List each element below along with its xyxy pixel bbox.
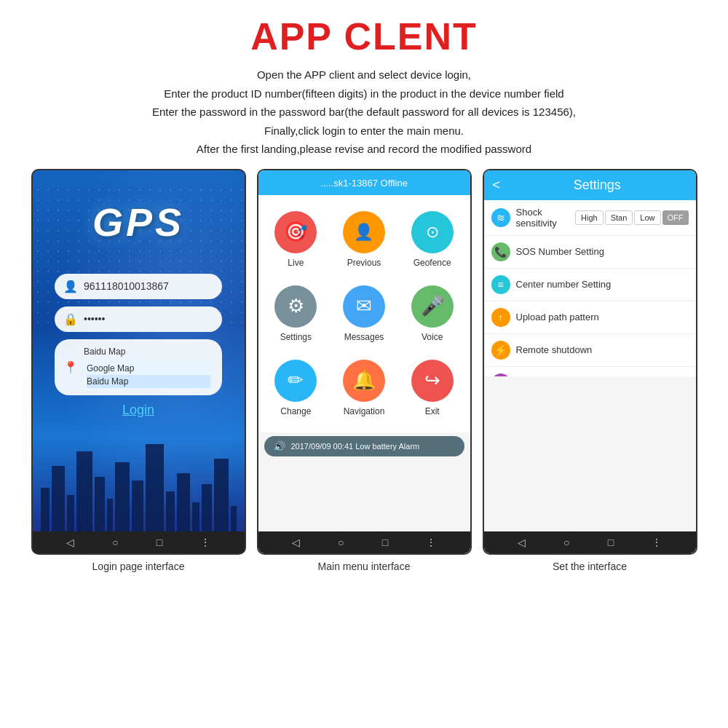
shock-sensitivity-row: ≋ Shock sensitivity High Stan Low OFF — [484, 200, 696, 236]
upload-icon: ↑ — [491, 308, 510, 327]
password-value: •••••• — [84, 313, 105, 325]
settings-list: ≋ Shock sensitivity High Stan Low OFF 📞 … — [484, 200, 696, 377]
telephone-row: 📞 Telephone Call ON OFF — [484, 367, 696, 377]
map-icon: 📍 — [63, 360, 78, 374]
nav-bar-3: ◁ ○ □ ⋮ — [484, 531, 696, 553]
remote-shutdown-row: ⚡ Remote shutdown — [484, 334, 696, 367]
change-label: Change — [280, 406, 311, 416]
high-btn[interactable]: High — [575, 210, 604, 225]
settings-title: Settings — [507, 178, 687, 193]
nav-square-icon-3[interactable]: □ — [608, 537, 614, 548]
off-btn-sensitivity[interactable]: OFF — [662, 210, 689, 225]
nav-home-icon-2[interactable]: ○ — [338, 537, 344, 548]
alarm-icon: 🔊 — [273, 440, 285, 452]
nav-dots-icon-2[interactable]: ⋮ — [426, 537, 436, 548]
alarm-text: 2017/09/09 00:41 Low battery Alarm — [291, 442, 420, 451]
remote-label: Remote shutdown — [516, 344, 689, 355]
nav-back-icon-3[interactable]: ◁ — [518, 537, 526, 548]
center-number-row: ≡ Center number Setting — [484, 269, 696, 301]
messages-icon: ✉ — [343, 285, 385, 328]
settings-screen-container: < Settings ≋ Shock sensitivity High Stan… — [480, 169, 699, 572]
sos-icon: 📞 — [491, 242, 510, 261]
navigation-icon: 🔔 — [343, 360, 385, 402]
login-button[interactable]: Login — [122, 403, 154, 418]
geofence-icon: ⊙ — [411, 211, 454, 253]
menu-item-change[interactable]: ✏ Change — [262, 351, 331, 425]
nav-square-icon[interactable]: □ — [157, 537, 162, 548]
alarm-bar: 🔊 2017/09/09 00:41 Low battery Alarm — [264, 436, 464, 456]
menu-header: .....sk1-13867 Offline — [258, 170, 470, 195]
low-btn[interactable]: Low — [634, 210, 660, 225]
live-icon: 🎯 — [274, 211, 317, 253]
menu-screen: .....sk1-13867 Offline 🎯 Live 👤 Previous — [257, 169, 472, 555]
user-icon: 👤 — [63, 280, 78, 293]
city-buildings — [33, 437, 245, 531]
settings-header: < Settings — [484, 170, 696, 200]
stan-btn[interactable]: Stan — [605, 210, 633, 225]
nav-back-icon[interactable]: ◁ — [66, 537, 74, 548]
lock-icon: 🔒 — [63, 312, 78, 326]
nav-square-icon-2[interactable]: □ — [382, 537, 388, 548]
map-option-google[interactable]: Google Map — [87, 362, 210, 375]
exit-icon: ↪ — [411, 360, 454, 402]
menu-item-live[interactable]: 🎯 Live — [262, 202, 331, 277]
remote-icon: ⚡ — [491, 341, 510, 360]
menu-screen-container: .....sk1-13867 Offline 🎯 Live 👤 Previous — [255, 169, 473, 572]
menu-item-settings[interactable]: ⚙ Settings — [262, 277, 331, 351]
center-label: Center number Setting — [516, 279, 689, 290]
navigation-label: Navigation — [344, 406, 385, 416]
messages-label: Messages — [344, 332, 384, 342]
map-selector[interactable]: 📍 Baidu Map Google Map Baidu Map — [55, 339, 222, 395]
voice-label: Voice — [422, 332, 443, 342]
settings-icon: ⚙ — [274, 285, 317, 328]
voice-icon: 🎤 — [411, 285, 454, 328]
live-label: Live — [288, 258, 304, 268]
map-option-baidu2[interactable]: Baidu Map — [87, 375, 210, 388]
login-form: 👤 961118010013867 🔒 •••••• 📍 Baidu Map G… — [55, 274, 222, 395]
nav-bar-1: ◁ ○ □ ⋮ — [33, 531, 245, 553]
nav-back-icon-2[interactable]: ◁ — [292, 537, 300, 548]
password-field[interactable]: 🔒 •••••• — [55, 306, 222, 332]
device-id-value: 961118010013867 — [84, 280, 169, 292]
menu-grid: 🎯 Live 👤 Previous ⊙ Geofence — [258, 195, 470, 432]
settings-screen: < Settings ≋ Shock sensitivity High Stan… — [483, 169, 697, 555]
page-title: APP CLENT — [250, 15, 478, 58]
gps-logo: GPS — [92, 199, 184, 245]
login-screen-container: GPS 👤 961118010013867 🔒 •••••• 📍 Baidu M… — [29, 169, 248, 572]
menu-item-geofence[interactable]: ⊙ Geofence — [398, 202, 467, 277]
previous-icon: 👤 — [343, 211, 385, 253]
sos-number-row: 📞 SOS Number Setting — [484, 236, 696, 269]
description: Open the APP client and select device lo… — [152, 66, 576, 159]
nav-dots-icon[interactable]: ⋮ — [200, 537, 210, 548]
nav-dots-icon-3[interactable]: ⋮ — [652, 537, 662, 548]
shock-label: Shock sensitivity — [516, 207, 570, 229]
menu-header-text: .....sk1-13867 Offline — [320, 178, 408, 189]
shock-icon: ≋ — [491, 208, 510, 227]
map-option-baidu: Baidu Map — [84, 345, 213, 358]
change-icon: ✏ — [274, 360, 317, 402]
screens-row: GPS 👤 961118010013867 🔒 •••••• 📍 Baidu M… — [15, 169, 713, 572]
nav-home-icon[interactable]: ○ — [112, 537, 118, 548]
nav-home-icon-3[interactable]: ○ — [563, 537, 569, 548]
login-screen-label: Login page interface — [92, 561, 185, 572]
device-id-field[interactable]: 👤 961118010013867 — [55, 274, 222, 299]
sos-label: SOS Number Setting — [516, 246, 689, 257]
page-wrapper: APP CLENT Open the APP client and select… — [0, 0, 728, 728]
login-screen: GPS 👤 961118010013867 🔒 •••••• 📍 Baidu M… — [31, 169, 246, 555]
menu-item-previous[interactable]: 👤 Previous — [330, 202, 398, 277]
geofence-label: Geofence — [414, 258, 451, 268]
center-icon: ≡ — [491, 275, 510, 294]
upload-path-row: ↑ Upload path pattern — [484, 301, 696, 334]
upload-label: Upload path pattern — [516, 312, 689, 323]
sensitivity-toggles: High Stan Low OFF — [575, 210, 688, 225]
back-button[interactable]: < — [493, 178, 501, 193]
exit-label: Exit — [425, 406, 440, 416]
settings-label: Settings — [280, 332, 312, 342]
menu-item-messages[interactable]: ✉ Messages — [330, 277, 398, 351]
menu-item-exit[interactable]: ↪ Exit — [398, 351, 467, 425]
nav-bar-2: ◁ ○ □ ⋮ — [258, 531, 470, 553]
previous-label: Previous — [347, 258, 381, 268]
menu-screen-label: Main menu interface — [318, 561, 411, 572]
menu-item-navigation[interactable]: 🔔 Navigation — [330, 351, 398, 425]
menu-item-voice[interactable]: 🎤 Voice — [398, 277, 467, 351]
